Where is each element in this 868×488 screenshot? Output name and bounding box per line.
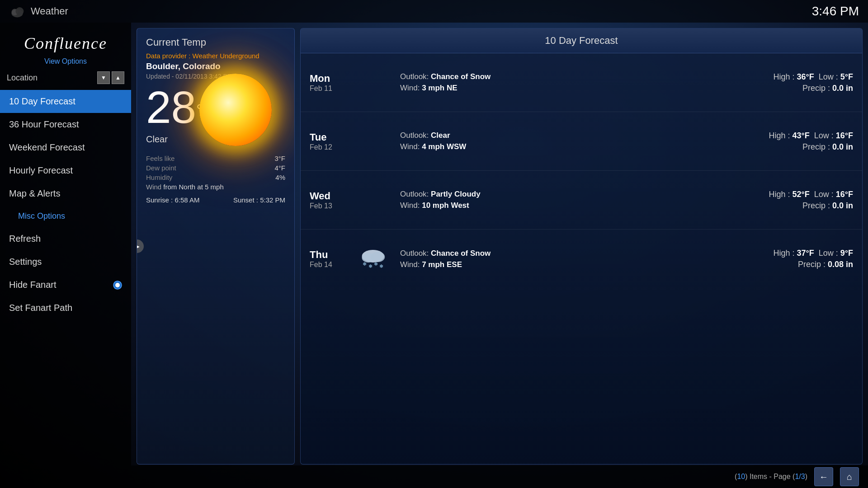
day-middle-thu: Outlook: Chance of Snow Wind: 7 mph ESE	[391, 249, 774, 269]
current-temp-title: Current Temp	[146, 37, 285, 48]
day-stats-tue: High : 43°F Low : 16°F Precip : 0.0 in	[769, 131, 854, 152]
svg-text:❄: ❄	[368, 263, 373, 269]
feels-like-value: 3°F	[274, 155, 285, 162]
humidity-value: 4%	[275, 174, 285, 181]
day-icon-thu: ❄ ❄ ❄ ❄	[355, 243, 391, 275]
page-number: 1/3	[795, 473, 805, 480]
sun-graphic	[199, 74, 281, 155]
forecast-day-mon: Mon Feb 11 Outlook: Chance of Snow Wind:…	[301, 53, 862, 112]
forecast-panel: 10 Day Forecast Mon Feb 11 Outlook: Chan…	[300, 28, 863, 465]
snow-cloud-icon: ❄ ❄ ❄ ❄	[357, 243, 389, 275]
home-button[interactable]: ⌂	[840, 467, 859, 486]
forecast-day-wed: Wed Feb 13 Outlook: Partly Cloudy Wind: …	[301, 171, 862, 230]
top-bar-left: Weather	[9, 3, 68, 19]
sidebar-item-refresh[interactable]: Refresh	[0, 227, 131, 250]
wind-label: Wind	[146, 183, 161, 191]
dew-point-value: 4°F	[274, 164, 285, 172]
view-options-link[interactable]: View Options	[0, 55, 131, 68]
temperature-value: 28	[146, 84, 196, 130]
svg-text:❄: ❄	[363, 261, 367, 267]
app-title: Weather	[31, 5, 68, 17]
humidity-label: Humidity	[146, 174, 172, 181]
humidity-row: Humidity 4%	[146, 173, 285, 182]
day-wind-tue: Wind: 4 mph WSW	[400, 142, 760, 151]
day-label-thu: Thu Feb 14	[310, 249, 355, 269]
sidebar-item-10day[interactable]: 10 Day Forecast	[0, 90, 131, 113]
sidebar-item-misc-options[interactable]: Misc Options	[0, 205, 131, 227]
day-label-tue: Tue Feb 12	[310, 131, 355, 151]
wind-row: Wind from North at 5 mph	[146, 182, 285, 192]
day-wind-thu: Wind: 7 mph ESE	[400, 260, 764, 269]
forecast-list: Mon Feb 11 Outlook: Chance of Snow Wind:…	[301, 53, 862, 464]
svg-text:❄: ❄	[374, 261, 378, 267]
day-middle-wed: Outlook: Partly Cloudy Wind: 10 mph West	[391, 190, 769, 210]
sidebar-item-weekend[interactable]: Weekend Forecast	[0, 136, 131, 159]
sidebar-item-hide-fanart[interactable]: Hide Fanart	[0, 273, 131, 296]
day-middle-tue: Outlook: Clear Wind: 4 mph WSW	[391, 131, 769, 151]
day-stats-mon: High : 36°F Low : 5°F Precip : 0.0 in	[774, 72, 854, 93]
sidebar: Confluence View Options Location ▼ ▲ 10 …	[0, 23, 131, 488]
day-stats-wed: High : 52°F Low : 16°F Precip : 0.0 in	[769, 190, 854, 211]
data-provider-name: Weather Underground	[193, 52, 259, 60]
location-controls: ▼ ▲	[97, 71, 124, 84]
location-name: Boulder, Colorado	[146, 61, 285, 71]
top-bar: Weather 3:46 PM	[0, 0, 868, 23]
wind-value: from North at 5 mph	[163, 183, 223, 191]
day-outlook-tue: Outlook: Clear	[400, 131, 760, 140]
feels-like-row: Feels like 3°F	[146, 154, 285, 163]
forecast-header: 10 Day Forecast	[301, 28, 862, 53]
day-outlook-mon: Outlook: Chance of Snow	[400, 72, 764, 81]
svg-point-7	[371, 252, 385, 262]
day-label-wed: Wed Feb 13	[310, 190, 355, 210]
forecast-day-tue: Tue Feb 12 Outlook: Clear Wind: 4 mph WS…	[301, 112, 862, 171]
data-provider: Data provider : Weather Underground	[146, 52, 285, 60]
dew-point-label: Dew point	[146, 164, 176, 172]
sidebar-item-map-alerts[interactable]: Map & Alerts	[0, 182, 131, 205]
location-row: Location ▼ ▲	[0, 68, 131, 88]
sunrise-sunset: Sunrise : 6:58 AM Sunset : 5:32 PM	[146, 196, 285, 204]
sidebar-item-hourly[interactable]: Hourly Forecast	[0, 159, 131, 182]
weather-details: Feels like 3°F Dew point 4°F Humidity 4%…	[146, 154, 285, 204]
sunset: Sunset : 5:32 PM	[233, 196, 285, 204]
sidebar-item-set-fanart-path[interactable]: Set Fanart Path	[0, 296, 131, 319]
main-area: Current Temp Data provider : Weather Und…	[131, 23, 868, 470]
location-up-button[interactable]: ▲	[112, 71, 124, 84]
sidebar-item-36hour[interactable]: 36 Hour Forecast	[0, 113, 131, 136]
day-wind-mon: Wind: 3 mph NE	[400, 84, 764, 93]
day-wind-wed: Wind: 10 mph West	[400, 201, 760, 210]
day-middle-mon: Outlook: Chance of Snow Wind: 3 mph NE	[391, 72, 774, 93]
svg-point-4	[115, 283, 120, 287]
day-outlook-wed: Outlook: Partly Cloudy	[400, 190, 760, 199]
day-label-mon: Mon Feb 11	[310, 73, 355, 93]
bottom-bar: (10) Items - Page (1/3) ← ⌂	[131, 465, 868, 488]
sun-circle	[199, 74, 272, 146]
confluence-logo: Confluence	[5, 34, 127, 53]
forecast-day-thu: Thu Feb 14 ❄ ❄ ❄ ❄	[301, 230, 862, 288]
pagination-text: (10) Items - Page (1/3)	[735, 473, 807, 481]
view-options-anchor[interactable]: View Options	[44, 57, 87, 65]
total-items: 10	[737, 473, 745, 480]
sunrise: Sunrise : 6:58 AM	[146, 196, 199, 204]
back-button[interactable]: ←	[814, 467, 833, 486]
toggle-icon	[113, 281, 122, 290]
nav-items: 10 Day Forecast 36 Hour Forecast Weekend…	[0, 90, 131, 488]
day-outlook-thu: Outlook: Chance of Snow	[400, 249, 764, 258]
svg-text:❄: ❄	[379, 263, 383, 269]
panel-nav-arrow[interactable]: ▶	[137, 239, 144, 253]
location-down-button[interactable]: ▼	[97, 71, 110, 84]
current-time: 3:46 PM	[812, 4, 859, 19]
dew-point-row: Dew point 4°F	[146, 163, 285, 173]
day-stats-thu: High : 37°F Low : 9°F Precip : 0.08 in	[774, 249, 854, 269]
logo-area: Confluence	[0, 27, 131, 55]
location-label: Location	[7, 73, 38, 83]
svg-point-2	[15, 7, 24, 15]
current-temp-panel: Current Temp Data provider : Weather Und…	[137, 28, 295, 465]
sidebar-item-settings[interactable]: Settings	[0, 250, 131, 273]
feels-like-label: Feels like	[146, 155, 175, 162]
weather-app-icon	[9, 3, 25, 19]
